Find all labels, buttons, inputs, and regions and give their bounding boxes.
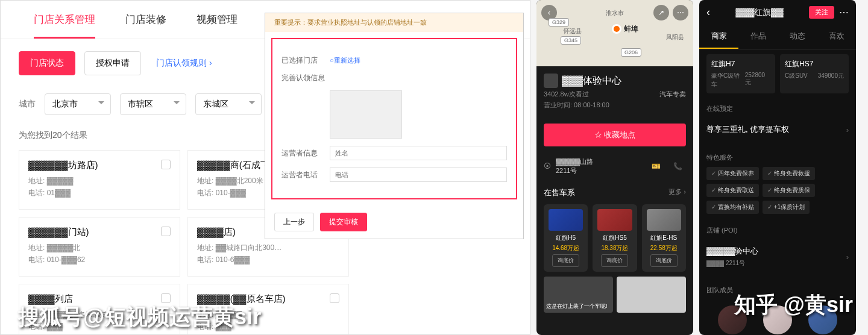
store-address: 地址: ▓▓▓▓▓北 [28,243,171,253]
store-phone: 电话: 01▓▓▓ [28,188,171,198]
video-thumb[interactable]: 这是在灯上装了一个车呢! [544,277,613,313]
store-phone: 电话: ▓▓▓ [28,322,171,332]
operator-phone-input[interactable] [330,168,507,182]
store-name: ▓▓▓▓▓▓坊路店) [28,160,171,171]
team-member[interactable]: 红旗颢▓ [759,305,797,335]
road-badge: G329 [549,18,569,27]
modal-hint: 重要提示：要求营业执照地址与认领的店铺地址一致 [265,13,523,32]
operator-name-input[interactable] [330,146,507,160]
team-heading: 团队成员 [706,286,849,295]
map-pin-icon [612,24,621,34]
area-select[interactable]: 东城区 [195,93,262,115]
chevron-right-icon: › [846,252,849,261]
checkbox[interactable] [161,293,171,303]
tab-works[interactable]: 作品 [738,25,778,49]
team-member[interactable]: 红旗小▓ [804,305,841,335]
service-chip: 终身免费质保 [763,184,815,197]
store-phone: 电话: 010-6▓▓▓ [197,255,339,265]
tab-activity[interactable]: 动态 [778,25,817,49]
avatar [808,305,837,334]
chevron-right-icon: › [846,125,849,134]
model-name: 红旗HS7 [785,59,844,69]
address-row[interactable]: ⦿ ▓▓▓▓▓山路2211号 🎫 📞 [536,151,693,181]
mobile-store-page: ‹ ↗ ⋯ G329 G345 G206 淮水市 怀远县 蚌埠 凤阳县 ▓▓▓体… [536,0,693,335]
store-name: ▓▓▓▓▓(▓▓原名车店) [197,293,339,305]
car-card[interactable]: 红旗H514.68万起询底价 [544,204,588,272]
inquire-button[interactable]: 询底价 [601,254,628,267]
more-link[interactable]: 更多 › [668,187,686,198]
location-icon: ⦿ [544,162,551,171]
checkbox[interactable] [161,160,171,169]
poi-row[interactable]: ▓▓▓▓▓验中心▓▓▓▓ 2211号 › [706,240,849,274]
store-card[interactable]: ▓▓▓▓列店地址: ▓▓▓▓▓▓名米,高东电话: ▓▓▓ [19,284,180,335]
model-category: 豪华C级轿车 [711,72,745,89]
operator-label: 运营者信息 [281,148,330,158]
share-icon[interactable]: ↗ [653,5,669,20]
follow-button[interactable]: 关注 [809,6,834,19]
claim-rule-link[interactable]: 门店认领规则 › [150,52,218,75]
coupon-icon[interactable]: 🎫 [647,158,664,175]
tab-store-relation[interactable]: 门店关系管理 [19,1,110,39]
more-icon[interactable]: ⋯ [673,5,688,20]
store-card[interactable]: ▓▓▓▓▓▓坊路店)地址: ▓▓▓▓▓电话: 01▓▓▓ [19,150,180,210]
avatar [718,305,747,334]
car-name: 红旗HS5 [597,234,632,242]
back-icon[interactable]: ‹ [706,6,710,19]
model-price: 252800元 [745,72,770,89]
avatar [763,305,792,334]
model-card[interactable]: 红旗HS7C级SUV349800元 [780,54,849,93]
service-chip: 四年免费保养 [706,167,759,180]
phone-icon[interactable]: 📞 [669,158,686,175]
tab-store-decor[interactable]: 门店装修 [110,1,181,39]
map-area[interactable]: ‹ ↗ ⋯ G329 G345 G206 淮水市 怀远县 蚌埠 凤阳县 [536,0,693,66]
road-badge: G345 [561,36,581,45]
model-card[interactable]: 红旗H7豪华C级轿车252800元 [706,54,775,93]
inquire-button[interactable]: 询底价 [552,254,579,267]
tab-video-manage[interactable]: 视频管理 [181,1,253,39]
model-category: C级SUV [785,72,808,80]
city-select[interactable]: 北京市 [45,93,111,115]
profile-title: ▓▓▓红旗▓▓ [715,7,804,18]
poi-heading: 店铺 (POI) [706,226,849,235]
checkbox[interactable] [330,293,339,303]
district-select[interactable]: 市辖区 [120,93,186,115]
cars-section-title: 在售车系 [544,187,575,198]
store-phone: 电话: ▓▓▓ [197,322,339,332]
inquire-button[interactable]: 询底价 [650,254,678,267]
store-status-button[interactable]: 门店状态 [19,51,75,75]
more-icon[interactable]: ⋯ [839,7,849,18]
submit-review-button[interactable]: 提交审核 [320,213,367,231]
checkbox[interactable] [161,227,171,236]
mobile-profile-page: ‹ ▓▓▓红旗▓▓ 关注 ⋯ 商家 作品 动态 喜欢 红旗H7豪华C级轿车252… [699,0,856,335]
store-card[interactable]: ▓▓▓▓▓▓门站)地址: ▓▓▓▓▓北电话: 010-▓▓▓62 [19,217,180,277]
reselect-link[interactable]: ○重新选择 [330,56,360,65]
claim-modal: 重要提示：要求营业执照地址与认领的店铺地址一致 已选择门店 ○重新选择 完善认领… [265,13,524,239]
car-card[interactable]: 红旗HS518.38万起询底价 [593,204,637,272]
model-cards: 红旗H7豪华C级轿车252800元红旗HS7C级SUV349800元 [699,49,856,98]
city-label: 城市 [19,99,36,110]
tab-likes[interactable]: 喜欢 [817,25,856,49]
team-member[interactable]: 红旗首席马郡 [714,305,752,335]
favorite-button[interactable]: ☆ 收藏地点 [544,124,686,146]
store-card[interactable]: ▓▓▓▓▓(▓▓原名车店)地址: ▓▓▓▓▓电话: ▓▓▓ [187,284,349,335]
auth-apply-button[interactable]: 授权申请 [84,51,141,75]
car-image [647,209,681,231]
map-city-label: 淮水市 [606,9,624,17]
store-address: 地址: ▓▓▓▓▓▓名米,高东 [28,310,171,320]
prev-step-button[interactable]: 上一步 [274,213,314,231]
store-name: ▓▓▓▓▓▓门站) [28,227,171,238]
operator-phone-label: 运营者电话 [281,170,330,180]
info-label: 完善认领信息 [281,73,330,83]
car-name: 红旗H5 [549,234,583,242]
map-city-label: 蚌埠 [624,24,638,34]
video-thumb[interactable] [617,277,686,313]
store-address: 地址: ▓▓▓▓▓ [28,176,171,186]
car-card[interactable]: 红旗E-HS22.58万起询底价 [642,204,686,272]
car-image [549,209,583,231]
business-hours: 营业时间: 08:00-18:00 [544,101,686,110]
modal-body: 已选择门店 ○重新选择 完善认领信息 运营者信息 运营者电话 [271,38,517,199]
selected-store-label: 已选择门店 [281,55,330,66]
tab-merchant[interactable]: 商家 [699,25,738,49]
booking-row[interactable]: 尊享三重礼, 优享提车权› [706,118,849,141]
store-address: 地址: ▓▓城路口向北300… [197,243,339,253]
